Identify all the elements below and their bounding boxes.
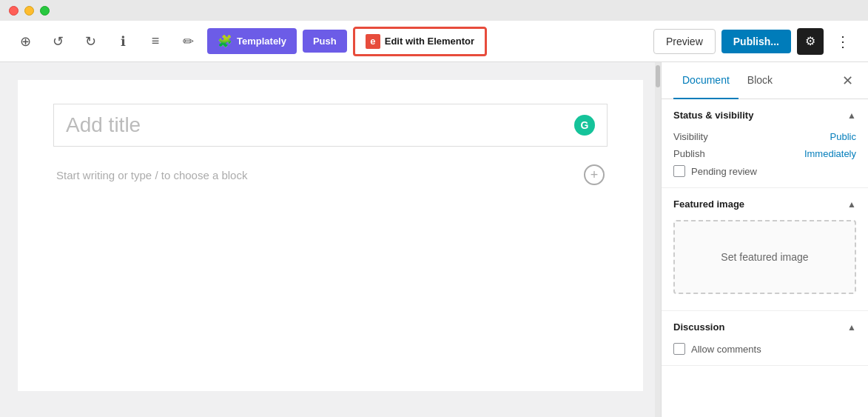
title-placeholder: Add title <box>66 113 141 137</box>
sidebar-tabs: Document Block ✕ <box>662 62 868 99</box>
traffic-light-red[interactable] <box>9 6 18 16</box>
publish-label: Publish... <box>733 36 779 47</box>
main-layout: Add title G Start writing or type / to c… <box>0 62 868 417</box>
plus-icon: + <box>591 168 599 181</box>
templately-button[interactable]: 🧩 Templately <box>207 28 297 54</box>
titlebar <box>0 0 868 21</box>
pending-review-checkbox[interactable] <box>673 165 685 177</box>
add-block-button[interactable]: + <box>584 164 605 185</box>
undo-button[interactable]: ↺ <box>44 28 71 55</box>
status-section-title: Status & visibility <box>673 110 753 121</box>
tab-document[interactable]: Document <box>673 62 739 99</box>
sidebar-content: Status & visibility ▲ Visibility Public … <box>662 99 868 417</box>
templately-label: Templately <box>237 36 286 47</box>
toolbar: ⊕ ↺ ↻ ℹ ≡ ✏ 🧩 Templately Push e Edit wit… <box>0 21 868 62</box>
title-field[interactable]: Add title G <box>53 104 608 147</box>
redo-icon: ↻ <box>85 33 96 50</box>
allow-comments-label: Allow comments <box>691 344 761 355</box>
status-section-body: Visibility Public Publish Immediately Pe… <box>662 131 868 187</box>
elementor-label: Edit with Elementor <box>385 36 474 47</box>
publish-label-sidebar: Publish <box>673 148 705 159</box>
status-visibility-section: Status & visibility ▲ Visibility Public … <box>662 99 868 188</box>
tab-block[interactable]: Block <box>739 62 781 99</box>
pending-review-label: Pending review <box>691 166 757 177</box>
push-label: Push <box>313 36 337 47</box>
publish-button[interactable]: Publish... <box>721 30 791 53</box>
more-icon: ⋮ <box>835 33 850 50</box>
publish-row: Publish Immediately <box>673 148 856 159</box>
editor-area[interactable]: Add title G Start writing or type / to c… <box>0 62 661 417</box>
chevron-up-icon-3: ▲ <box>847 322 856 333</box>
toolbar-left: ⊕ ↺ ↻ ℹ ≡ ✏ 🧩 Templately Push e Edit wit… <box>12 27 647 56</box>
traffic-light-green[interactable] <box>40 6 50 16</box>
toolbar-right: Preview Publish... ⚙ ⋮ <box>653 28 856 55</box>
menu-icon: ≡ <box>152 33 160 49</box>
discussion-body: Allow comments <box>662 343 868 365</box>
tab-block-label: Block <box>747 74 773 86</box>
settings-button[interactable]: ⚙ <box>797 28 824 55</box>
discussion-title: Discussion <box>673 321 724 333</box>
content-placeholder: Start writing or type / to choose a bloc… <box>56 169 247 181</box>
redo-button[interactable]: ↻ <box>77 28 104 55</box>
post-editor: Add title G Start writing or type / to c… <box>18 80 643 391</box>
tab-document-label: Document <box>682 74 730 86</box>
pencil-icon: ✏ <box>183 33 194 50</box>
traffic-light-yellow[interactable] <box>24 6 34 16</box>
visibility-row: Visibility Public <box>673 131 856 142</box>
allow-comments-row: Allow comments <box>673 343 856 355</box>
undo-icon: ↺ <box>53 33 64 50</box>
gear-icon: ⚙ <box>805 34 815 48</box>
status-visibility-header[interactable]: Status & visibility ▲ <box>662 99 868 131</box>
info-button[interactable]: ℹ <box>110 28 136 55</box>
menu-button[interactable]: ≡ <box>142 28 169 55</box>
pending-review-row: Pending review <box>673 165 856 177</box>
featured-image-header[interactable]: Featured image ▲ <box>662 188 868 220</box>
new-post-button[interactable]: ⊕ <box>12 28 38 55</box>
templately-icon: 🧩 <box>218 34 232 48</box>
set-featured-image-button[interactable]: Set featured image <box>673 220 856 294</box>
featured-image-body: Set featured image <box>662 220 868 310</box>
edit-button[interactable]: ✏ <box>175 28 201 55</box>
sidebar-close-button[interactable]: ✕ <box>839 70 856 92</box>
scroll-thumb <box>656 65 660 87</box>
info-icon: ℹ <box>121 33 126 50</box>
more-options-button[interactable]: ⋮ <box>830 28 856 55</box>
grammarly-icon: G <box>574 115 595 136</box>
visibility-value[interactable]: Public <box>830 131 856 142</box>
chevron-up-icon: ▲ <box>847 110 856 121</box>
new-icon: ⊕ <box>20 33 31 50</box>
scrollbar[interactable] <box>655 62 661 417</box>
preview-button[interactable]: Preview <box>653 29 716 54</box>
discussion-section: Discussion ▲ Allow comments <box>662 311 868 366</box>
publish-value[interactable]: Immediately <box>804 148 856 159</box>
featured-image-title: Featured image <box>673 199 744 210</box>
push-button[interactable]: Push <box>303 30 347 53</box>
edit-with-elementor-button[interactable]: e Edit with Elementor <box>353 27 487 56</box>
preview-label: Preview <box>666 36 703 47</box>
visibility-label: Visibility <box>673 131 708 142</box>
sidebar: Document Block ✕ Status & visibility ▲ V… <box>661 62 868 417</box>
allow-comments-checkbox[interactable] <box>673 343 685 355</box>
featured-image-section: Featured image ▲ Set featured image <box>662 188 868 311</box>
content-area[interactable]: Start writing or type / to choose a bloc… <box>53 164 608 185</box>
discussion-header[interactable]: Discussion ▲ <box>662 311 868 343</box>
elementor-icon: e <box>366 34 380 49</box>
set-featured-image-label: Set featured image <box>721 251 808 263</box>
chevron-up-icon-2: ▲ <box>847 199 856 210</box>
close-icon: ✕ <box>842 73 853 88</box>
